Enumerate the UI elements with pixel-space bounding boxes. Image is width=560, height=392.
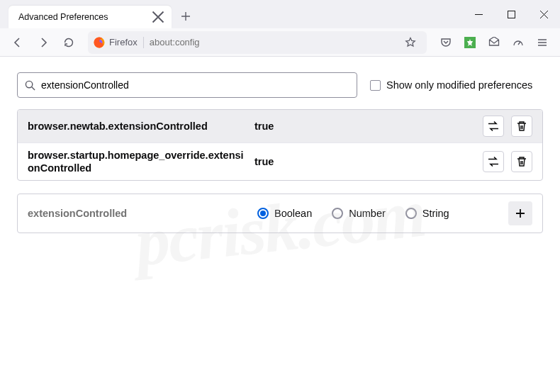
pref-value: true <box>254 121 476 132</box>
urlbar[interactable]: Firefox about:config <box>88 31 427 54</box>
reload-button[interactable] <box>58 32 79 53</box>
trash-icon <box>516 156 527 167</box>
toggle-button[interactable] <box>483 151 504 172</box>
pref-list: browser.newtab.extensionControlled true … <box>17 109 543 181</box>
pocket-button[interactable] <box>435 32 457 53</box>
search-icon <box>25 80 35 91</box>
titlebar: Advanced Preferences <box>0 0 560 28</box>
toggle-icon <box>488 121 499 132</box>
site-identity[interactable]: Firefox <box>94 37 144 48</box>
window-controls <box>462 0 560 28</box>
pref-row[interactable]: browser.startup.homepage_override.extens… <box>18 142 542 180</box>
show-modified-checkbox[interactable]: Show only modified preferences <box>370 79 532 91</box>
pref-value: true <box>254 156 476 167</box>
new-tab-button[interactable] <box>176 6 196 26</box>
navbar: Firefox about:config <box>0 28 560 57</box>
type-number[interactable]: Number <box>332 208 386 219</box>
extension-pin-icon <box>464 37 476 48</box>
star-icon <box>405 37 416 48</box>
svg-point-3 <box>26 81 32 87</box>
pref-actions <box>483 151 532 172</box>
pref-name: browser.startup.homepage_override.extens… <box>28 149 247 174</box>
search-input[interactable] <box>41 79 349 91</box>
plus-icon <box>515 208 526 219</box>
minimize-button[interactable] <box>462 0 495 28</box>
add-pref-button[interactable] <box>508 201 532 225</box>
pref-actions <box>483 116 532 137</box>
forward-button[interactable] <box>33 32 54 53</box>
bookmark-button[interactable] <box>400 32 421 53</box>
hamburger-icon <box>537 37 548 48</box>
type-string-label: String <box>422 208 449 219</box>
gauge-icon <box>513 37 524 48</box>
radio-icon <box>332 208 343 219</box>
browser-tab[interactable]: Advanced Preferences <box>9 6 172 28</box>
about-config-content: Show only modified preferences browser.n… <box>0 57 560 249</box>
minimize-icon <box>475 11 483 18</box>
mail-button[interactable] <box>483 32 505 53</box>
plus-icon <box>181 11 191 21</box>
reload-icon <box>63 37 74 48</box>
url-text: about:config <box>150 37 394 47</box>
trash-icon <box>516 121 527 132</box>
toggle-icon <box>488 156 499 167</box>
radio-checked-icon <box>257 208 269 219</box>
maximize-button[interactable] <box>495 0 527 28</box>
mail-icon <box>488 37 500 48</box>
search-row: Show only modified preferences <box>17 72 543 98</box>
checkbox-icon <box>370 80 381 91</box>
dashboard-button[interactable] <box>508 32 529 53</box>
radio-icon <box>405 208 417 219</box>
type-string[interactable]: String <box>405 208 449 219</box>
toolbar-icons <box>435 32 553 53</box>
create-pref-name: extensionControlled <box>28 208 247 219</box>
create-pref-row: extensionControlled Boolean Number Strin… <box>18 194 542 233</box>
identity-label: Firefox <box>109 37 138 47</box>
search-box[interactable] <box>17 72 357 98</box>
pref-name: browser.newtab.extensionControlled <box>28 120 247 133</box>
firefox-icon <box>94 37 105 48</box>
back-arrow-icon <box>12 37 23 48</box>
tab-title: Advanced Preferences <box>18 12 146 22</box>
type-boolean[interactable]: Boolean <box>257 208 312 219</box>
type-boolean-label: Boolean <box>274 208 312 219</box>
svg-rect-0 <box>508 11 515 18</box>
forward-arrow-icon <box>38 37 49 48</box>
close-window-button[interactable] <box>527 0 560 28</box>
close-icon <box>540 11 548 18</box>
pocket-icon <box>440 37 452 48</box>
tab-close-button[interactable] <box>152 11 164 23</box>
pref-row[interactable]: browser.newtab.extensionControlled true <box>18 110 542 142</box>
delete-button[interactable] <box>511 151 532 172</box>
delete-button[interactable] <box>511 116 532 137</box>
type-number-label: Number <box>349 208 386 219</box>
toggle-button[interactable] <box>483 116 504 137</box>
close-icon <box>152 11 164 23</box>
maximize-icon <box>508 11 515 18</box>
extension-button[interactable] <box>459 32 481 53</box>
back-button[interactable] <box>7 32 28 53</box>
type-options: Boolean Number String <box>257 208 498 219</box>
show-modified-label: Show only modified preferences <box>386 79 532 91</box>
create-pref-box: extensionControlled Boolean Number Strin… <box>17 194 543 233</box>
app-menu-button[interactable] <box>532 32 553 53</box>
